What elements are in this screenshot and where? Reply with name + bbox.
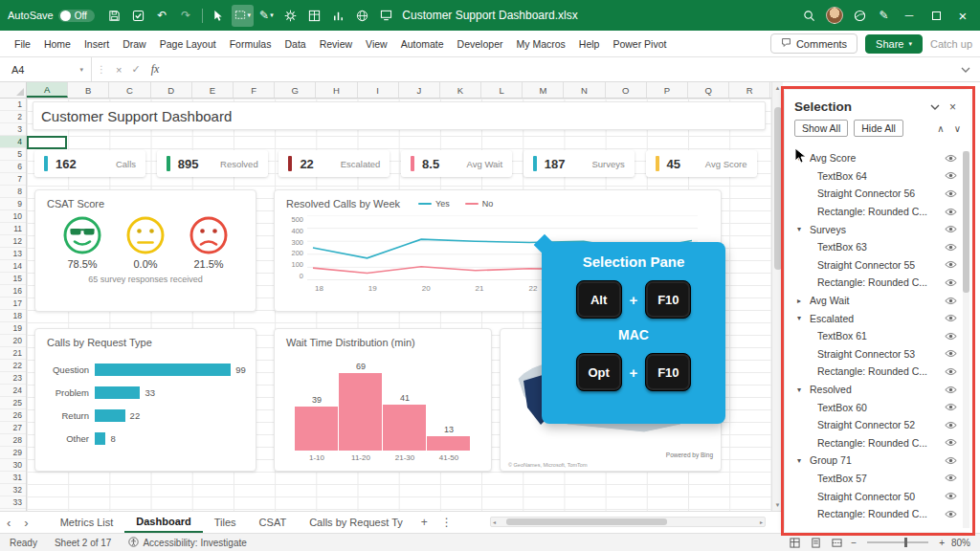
spreadsheet-grid[interactable]: Customer Support Dashboard 162Calls895Re…	[27, 99, 771, 511]
ribbon-tab-help[interactable]: Help	[572, 33, 607, 55]
ribbon-tab-developer[interactable]: Developer	[451, 33, 510, 55]
column-header-n[interactable]: N	[564, 82, 605, 98]
sheet-nav-right-icon[interactable]: ›	[17, 516, 34, 530]
ribbon-tab-view[interactable]: View	[359, 33, 394, 55]
eye-icon[interactable]	[940, 297, 961, 305]
enter-icon[interactable]: ✓	[126, 63, 145, 76]
selection-item-textbox-63[interactable]: TextBox 63	[785, 238, 961, 256]
minimize-button[interactable]: ─	[896, 0, 923, 31]
horizontal-scrollbar[interactable]: ◂ ▸	[490, 517, 766, 527]
selection-item-straight-connector-50[interactable]: Straight Connector 50	[785, 487, 961, 505]
zoom-slider[interactable]	[867, 541, 928, 543]
selection-item-avg-wait[interactable]: ▸Avg Wait	[785, 292, 961, 310]
selection-item-group-71[interactable]: ▾Group 71	[785, 452, 961, 470]
pane-scrollbar-thumb[interactable]	[963, 151, 969, 293]
globe-icon[interactable]	[351, 5, 373, 27]
column-header-o[interactable]: O	[606, 82, 647, 98]
eye-icon[interactable]	[940, 189, 961, 198]
chevron-down-icon[interactable]	[925, 104, 945, 110]
selection-item-avg-score[interactable]: ▾Avg Score	[785, 149, 961, 167]
chevron-down-icon[interactable]: ▾	[797, 456, 810, 465]
selection-item-straight-connector-52[interactable]: Straight Connector 52	[785, 416, 961, 434]
ribbon-tab-automate[interactable]: Automate	[394, 33, 451, 55]
chevron-down-icon[interactable]: ▾	[797, 386, 810, 394]
ribbon-tab-data[interactable]: Data	[278, 33, 312, 55]
vertical-scrollbar[interactable]: ▲ ▼	[771, 82, 783, 511]
selection-item-straight-connector-56[interactable]: Straight Connector 56	[785, 185, 961, 203]
selection-item-straight-connector-53[interactable]: Straight Connector 53	[785, 345, 961, 364]
row-header-6[interactable]: 6	[0, 161, 26, 173]
page-layout-view-icon[interactable]	[809, 536, 823, 550]
row-header-17[interactable]: 17	[0, 298, 26, 310]
column-header-c[interactable]: C	[109, 82, 150, 98]
save-icon[interactable]	[103, 5, 125, 27]
row-header-7[interactable]: 7	[0, 173, 26, 186]
ribbon-tab-home[interactable]: Home	[37, 33, 78, 55]
ribbon-tab-page-layout[interactable]: Page Layout	[153, 33, 223, 55]
task-checklist-icon[interactable]	[127, 5, 149, 27]
scroll-down-icon[interactable]: ▼	[772, 499, 783, 511]
chevron-down-icon[interactable]: ▾	[797, 314, 810, 322]
row-header-29[interactable]: 29	[0, 447, 26, 459]
column-header-b[interactable]: B	[68, 82, 109, 98]
ribbon-tab-insert[interactable]: Insert	[78, 33, 116, 55]
sheet-tab-dashboard[interactable]: Dashboard	[124, 512, 202, 533]
close-pane-icon[interactable]: ×	[945, 100, 961, 114]
sheet-tab-tiles[interactable]: Tiles	[203, 512, 248, 533]
eye-icon[interactable]	[940, 243, 961, 252]
selection-item-textbox-60[interactable]: TextBox 60	[785, 398, 961, 416]
draw-tool-icon[interactable]: ✎▾	[256, 5, 278, 27]
row-header-14[interactable]: 14	[0, 260, 26, 273]
name-box[interactable]: A4 ▾	[0, 57, 92, 81]
kpi-tile-surveys[interactable]: 187Surveys	[523, 150, 635, 177]
eye-icon[interactable]	[940, 171, 961, 180]
catch-up-button[interactable]: Catch up	[930, 38, 972, 50]
column-header-p[interactable]: P	[647, 82, 688, 98]
sphere-icon[interactable]	[849, 5, 871, 27]
selected-cell-a4[interactable]	[27, 136, 67, 149]
kpi-tile-avg-score[interactable]: 45Avg Score	[646, 150, 757, 177]
selection-item-rectangle-rounded-c[interactable]: Rectangle: Rounded C...	[785, 274, 961, 292]
column-header-f[interactable]: F	[234, 82, 275, 98]
eye-icon[interactable]	[940, 367, 961, 376]
cancel-icon[interactable]: ×	[111, 64, 126, 76]
send-backward-icon[interactable]: ∨	[954, 123, 961, 134]
ribbon-tab-my-macros[interactable]: My Macros	[509, 33, 571, 55]
selection-item-textbox-61[interactable]: TextBox 61	[785, 327, 961, 345]
pencil-icon[interactable]: ✎	[873, 5, 895, 27]
eye-icon[interactable]	[940, 474, 961, 482]
row-header-23[interactable]: 23	[0, 372, 26, 385]
search-icon[interactable]	[798, 5, 820, 27]
autosave-toggle[interactable]: AutoSave Off	[8, 10, 95, 22]
row-header-26[interactable]: 26	[0, 409, 26, 422]
column-header-q[interactable]: Q	[688, 82, 729, 98]
column-header-h[interactable]: H	[316, 82, 357, 98]
selection-item-rectangle-rounded-c[interactable]: Rectangle: Rounded C...	[785, 505, 961, 523]
eye-icon[interactable]	[940, 438, 961, 447]
ribbon-tab-power-pivot[interactable]: Power Pivot	[606, 33, 673, 55]
row-header-5[interactable]: 5	[0, 148, 26, 161]
row-header-9[interactable]: 9	[0, 198, 26, 210]
eye-icon[interactable]	[940, 260, 961, 269]
drag-handle[interactable]: ⋮	[92, 64, 111, 75]
kpi-tile-calls[interactable]: 162Calls	[34, 150, 145, 177]
sheet-tab-metrics-list[interactable]: Metrics List	[49, 512, 125, 533]
share-button[interactable]: Share ▾	[865, 34, 923, 54]
ribbon-tab-file[interactable]: File	[8, 33, 37, 55]
add-sheet-button[interactable]: +	[414, 516, 434, 529]
show-all-button[interactable]: Show All	[794, 120, 848, 137]
scroll-left-icon[interactable]: ◂	[493, 518, 496, 525]
maximize-button[interactable]	[923, 0, 949, 31]
eye-icon[interactable]	[940, 349, 961, 358]
column-header-i[interactable]: I	[358, 82, 399, 98]
eye-icon[interactable]	[940, 456, 961, 465]
row-header-32[interactable]: 32	[0, 484, 26, 496]
vertical-scrollbar-thumb[interactable]	[774, 107, 782, 270]
row-header-22[interactable]: 22	[0, 360, 26, 372]
column-header-m[interactable]: M	[523, 82, 564, 98]
user-avatar[interactable]	[826, 7, 843, 24]
selection-item-rectangle-rounded-c[interactable]: Rectangle: Rounded C...	[785, 434, 961, 452]
zoom-out-button[interactable]: −	[851, 538, 857, 548]
row-header-12[interactable]: 12	[0, 235, 26, 248]
row-header-18[interactable]: 18	[0, 310, 26, 322]
